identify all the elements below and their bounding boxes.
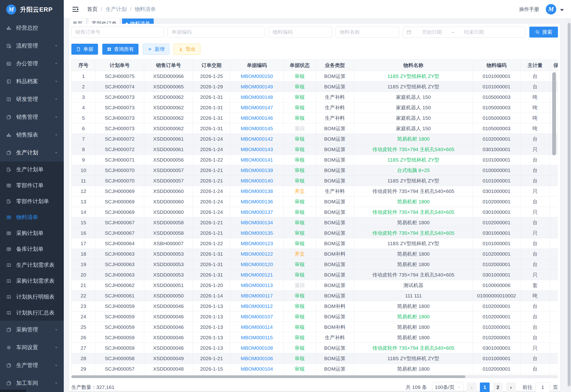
doc-code-input[interactable] <box>167 27 265 38</box>
sidebar-subitem-9[interactable]: 计划执行汇总表 <box>0 305 64 321</box>
doc-code-link[interactable]: MBOM000113 <box>241 282 273 288</box>
table-row[interactable]: 10 SCJH000070 XSDD000057 2026-1-21 MBOM0… <box>72 165 558 176</box>
collapse-sidebar-icon[interactable] <box>72 6 79 13</box>
doc-code-link[interactable]: MBOM000138 <box>241 188 273 194</box>
table-row[interactable]: 29 SCJH000057 XSDD000048 2026-1-15 MBOM0… <box>72 364 558 374</box>
table-row[interactable]: 16 SCJH000067 XSDD000058 2026-1-21 MBOM0… <box>72 228 558 238</box>
material-name-input[interactable] <box>336 27 399 38</box>
doc-code-link[interactable]: MBOM000142 <box>241 136 273 141</box>
sidebar-subitem-8[interactable]: 计划执行明细表 <box>0 289 64 305</box>
sidebar-subitem-4[interactable]: 采购计划单 <box>0 225 64 241</box>
doc-code-link[interactable]: MBOM000146 <box>241 115 273 121</box>
table-row[interactable]: 7 SCJH000072 XSDD000061 2026-1-24 MBOM00… <box>72 134 558 144</box>
sidebar-subitem-1[interactable]: 零部件订单 <box>0 178 64 193</box>
material-code-input[interactable] <box>269 27 332 38</box>
doc-code-link[interactable]: MBOM000123 <box>241 241 273 246</box>
doc-code-link[interactable]: MBOM000150 <box>241 73 273 79</box>
table-row[interactable]: 18 SCJH000063 XSDD000053 2026-1-31 MBOM0… <box>72 249 558 259</box>
sidebar-item-3[interactable]: 料品档案 <box>0 72 64 90</box>
doc-code-link[interactable]: MBOM000115 <box>241 335 273 340</box>
table-row[interactable]: 13 SCJH000069 XSDD000060 2026-1-24 MBOM0… <box>72 196 558 207</box>
sidebar-subitem-6[interactable]: 生产计划需求表 <box>0 257 64 273</box>
table-row[interactable]: 8 SCJH000072 XSDD000061 2026-1-24 MBOM00… <box>72 144 558 155</box>
table-row[interactable]: 27 SCJH000059 XSDD000046 2026-1-13 MBOM0… <box>72 343 558 353</box>
doc-code-link[interactable]: MBOM000114 <box>241 324 273 330</box>
sales-order-input[interactable] <box>71 27 164 38</box>
sidebar-item-7[interactable]: 生产计划 <box>0 144 64 162</box>
doc-code-link[interactable]: MBOM000107 <box>241 314 273 319</box>
page-button-2[interactable]: 2 <box>493 382 503 392</box>
table-row[interactable]: 17 SCJH000064 XSBH000007 2026-1-22 MBOM0… <box>72 238 558 249</box>
table-row[interactable]: 5 SCJH000073 XSDD000062 2026-1-31 MBOM00… <box>72 113 558 123</box>
sidebar-subitem-0[interactable]: 生产计划单 <box>0 162 64 178</box>
doc-code-link[interactable]: MBOM000148 <box>241 94 273 100</box>
table-row[interactable]: 22 SCJH000061 XSDD000050 2026-1-14 MBOM0… <box>72 291 558 301</box>
table-row[interactable]: 19 SCJH000063 XSDD000053 2026-1-31 MBOM0… <box>72 259 558 270</box>
doc-code-link[interactable]: MBOM000137 <box>241 209 273 215</box>
sidebar-item-5[interactable]: 销售管理 <box>0 108 64 126</box>
doc-code-link[interactable]: MBOM000106 <box>241 356 273 361</box>
export-button[interactable]: 导出 <box>174 44 200 55</box>
date-range-picker[interactable]: - <box>403 27 525 38</box>
table-row[interactable]: 11 SCJH000070 XSDD000057 2026-1-21 MBOM0… <box>72 176 558 186</box>
table-row[interactable]: 23 SCJH000059 XSDD000046 2026-1-13 MBOM0… <box>72 301 558 311</box>
sidebar-item-9[interactable]: 车间设置 <box>0 338 64 356</box>
table-row[interactable]: 1 SCJH000075 XSDD000066 2026-1-25 MBOM00… <box>72 71 558 82</box>
add-button[interactable]: 新增 <box>143 44 169 55</box>
doc-code-link[interactable]: MBOM000134 <box>241 220 273 225</box>
table-row[interactable]: 12 SCJH000069 XSDD000060 2026-1-24 MBOM0… <box>72 186 558 196</box>
table-row[interactable]: 24 SCJH000059 XSDD000046 2026-1-13 MBOM0… <box>72 311 558 322</box>
avatar[interactable]: M <box>546 4 556 14</box>
doc-code-link[interactable]: MBOM000139 <box>241 168 273 173</box>
doc-code-link[interactable]: MBOM000104 <box>241 366 273 372</box>
sidebar-subitem-7[interactable]: 采购计划需求表 <box>0 273 64 289</box>
table-row[interactable]: 6 SCJH000073 XSDD000062 2026-1-31 MBOM00… <box>72 123 558 134</box>
table-row[interactable]: 9 SCJH000071 XSDD000056 2026-1-22 MBOM00… <box>72 155 558 165</box>
manual-link[interactable]: 操作手册 <box>519 6 539 13</box>
sidebar-item-6[interactable]: 销售报表 <box>0 126 64 144</box>
table-row[interactable]: 15 SCJH000067 XSDD000058 2026-1-21 MBOM0… <box>72 217 558 228</box>
sidebar-subitem-3[interactable]: 物料清单 <box>0 209 64 225</box>
doc-code-link[interactable]: MBOM000135 <box>241 230 273 236</box>
doc-code-link[interactable]: MBOM000122 <box>241 251 273 257</box>
doc-code-link[interactable]: MBOM000120 <box>241 262 273 267</box>
breadcrumb-item-0[interactable]: 首页 <box>87 6 98 13</box>
table-row[interactable]: 28 SCJH000058 XSDD000049 2026-1-21 MBOM0… <box>72 353 558 364</box>
page-button-1[interactable]: 1 <box>480 382 490 392</box>
doc-code-link[interactable]: MBOM000145 <box>241 126 273 131</box>
breadcrumb-item-1[interactable]: 生产计划 <box>106 6 127 13</box>
doc-button[interactable]: 单据 <box>71 44 98 55</box>
doc-code-link[interactable]: MBOM000117 <box>241 293 273 298</box>
sidebar-item-0[interactable]: 经营总控 <box>0 19 64 37</box>
doc-code-link[interactable]: MBOM000143 <box>241 147 273 152</box>
next-page-button[interactable]: › <box>506 382 516 392</box>
doc-code-link[interactable]: MBOM000108 <box>241 345 273 351</box>
table-row[interactable]: 20 SCJH000063 XSDD000053 2026-1-31 MBOM0… <box>72 270 558 280</box>
doc-code-link[interactable]: MBOM000140 <box>241 178 273 183</box>
table-row[interactable]: 14 SCJH000069 XSDD000060 2026-1-24 MBOM0… <box>72 207 558 217</box>
table-row[interactable]: 4 SCJH000073 XSDD000062 2026-1-31 MBOM00… <box>72 102 558 113</box>
table-row[interactable]: 25 SCJH000059 XSDD000046 2026-1-13 MBOM0… <box>72 322 558 332</box>
query-all-button[interactable]: 查询所有 <box>102 44 138 55</box>
doc-code-link[interactable]: MBOM000147 <box>241 105 273 110</box>
doc-code-link[interactable]: MBOM000112 <box>241 303 273 309</box>
table-row[interactable]: 21 SCJH000062 XSDD000051 2026-1-20 MBOM0… <box>72 280 558 291</box>
sidebar-item-2[interactable]: 办公管理 <box>0 55 64 72</box>
doc-code-link[interactable]: MBOM000149 <box>241 84 273 89</box>
page-scrollbar[interactable] <box>568 23 571 386</box>
user-menu-caret-icon[interactable] <box>560 9 564 11</box>
prev-page-button[interactable]: ‹ <box>467 382 477 392</box>
sidebar-subitem-2[interactable]: 零部件计划单 <box>0 193 64 209</box>
sidebar-subitem-5[interactable]: 备库计划单 <box>0 241 64 257</box>
sidebar-item-8[interactable]: 采购管理 <box>0 321 64 338</box>
end-date-input[interactable] <box>454 29 494 35</box>
table-row[interactable]: 26 SCJH000059 XSDD000046 2026-1-13 MBOM0… <box>72 332 558 343</box>
page-size-select[interactable]: 100条/页 <box>432 382 464 392</box>
doc-code-link[interactable]: MBOM000141 <box>241 157 273 163</box>
search-button[interactable]: 搜索 <box>529 27 558 38</box>
table-row[interactable]: 3 SCJH000073 XSDD000062 2026-1-31 MBOM00… <box>72 92 558 102</box>
goto-page-input[interactable] <box>535 382 550 392</box>
sidebar-item-4[interactable]: 研发管理 <box>0 90 64 108</box>
table-row[interactable]: 2 SCJH000074 XSDD000065 2026-1-29 MBOM00… <box>72 82 558 92</box>
table-horizontal-scrollbar[interactable] <box>71 375 465 378</box>
